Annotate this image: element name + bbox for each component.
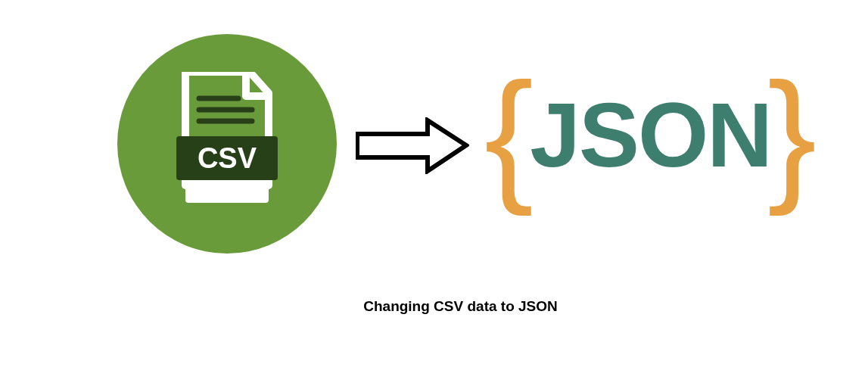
- arrow-icon: [356, 117, 469, 174]
- diagram-caption: Changing CSV data to JSON: [0, 298, 868, 315]
- json-text: JSON: [530, 89, 771, 180]
- csv-file-icon: CSV: [170, 72, 284, 216]
- csv-label-text: CSV: [198, 142, 257, 174]
- json-logo: { JSON }: [484, 61, 817, 208]
- csv-badge: CSV: [117, 34, 337, 254]
- json-close-brace: }: [767, 61, 817, 208]
- json-open-brace: {: [484, 61, 534, 208]
- csv-circle-background: CSV: [117, 34, 337, 254]
- svg-rect-5: [185, 180, 269, 189]
- csv-to-json-diagram: CSV { JSON } Changing CSV data to JSON: [0, 0, 868, 389]
